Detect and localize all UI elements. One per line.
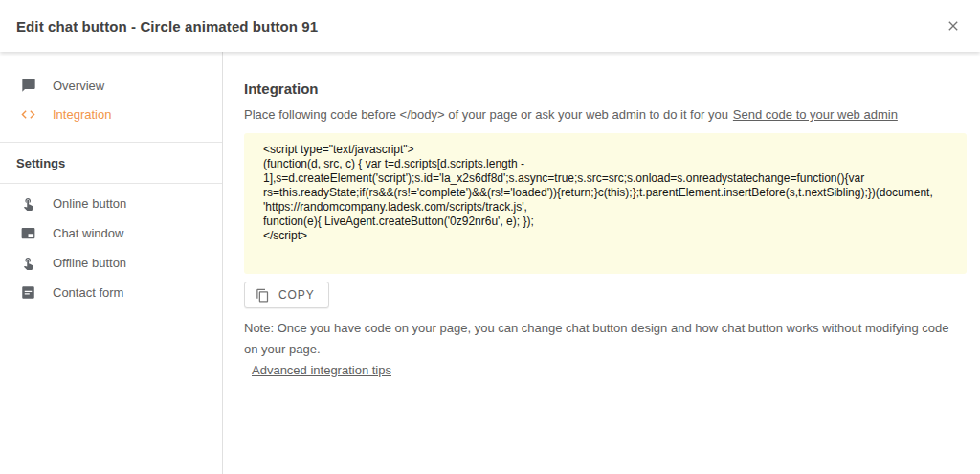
code-line: rs=this.readyState;if(rs&&(rs!='complete… bbox=[263, 186, 947, 200]
dialog-header: Edit chat button - Circle animated butto… bbox=[0, 0, 980, 52]
sidebar-item-chat-window[interactable]: Chat window bbox=[0, 218, 222, 248]
note-text: Note: Once you have code on your page, y… bbox=[244, 318, 957, 360]
copy-icon bbox=[256, 288, 270, 303]
sidebar-item-offline-button[interactable]: Offline button bbox=[0, 248, 222, 278]
sidebar: Overview Integration Settings Online but… bbox=[0, 52, 223, 474]
sidebar-settings-group: Online button Chat window Offline button… bbox=[0, 184, 222, 307]
close-button[interactable] bbox=[932, 0, 974, 52]
copy-button[interactable]: COPY bbox=[244, 282, 329, 308]
touch-icon bbox=[20, 195, 36, 212]
code-icon bbox=[20, 106, 36, 123]
close-icon bbox=[946, 18, 961, 34]
sidebar-item-online-button[interactable]: Online button bbox=[0, 189, 222, 218]
code-line: </script> bbox=[263, 229, 947, 243]
instruction-label: Place following code before </body> of y… bbox=[244, 107, 728, 122]
advanced-integration-tips-link[interactable]: Advanced integration tips bbox=[252, 363, 391, 377]
sidebar-item-contact-form[interactable]: Contact form bbox=[0, 278, 222, 307]
dialog-title: Edit chat button - Circle animated butto… bbox=[0, 18, 318, 34]
sidebar-item-label: Chat window bbox=[53, 226, 123, 240]
code-line: <script type="text/javascript"> bbox=[263, 143, 947, 157]
form-icon bbox=[20, 284, 36, 301]
instruction-text: Place following code before </body> of y… bbox=[244, 106, 967, 124]
sidebar-item-integration[interactable]: Integration bbox=[0, 100, 222, 128]
send-code-link[interactable]: Send code to your web admin bbox=[733, 107, 898, 122]
integration-code-field[interactable]: <script type="text/javascript"> (functio… bbox=[244, 133, 967, 274]
copy-button-label: COPY bbox=[278, 288, 315, 302]
sidebar-item-label: Offline button bbox=[53, 256, 126, 270]
chat-bubble-icon bbox=[20, 78, 36, 94]
sidebar-item-overview[interactable]: Overview bbox=[0, 71, 222, 100]
sidebar-item-label: Contact form bbox=[53, 285, 123, 300]
code-line: 1],s=d.createElement('script');s.id='la_… bbox=[263, 171, 947, 186]
code-line: function(e){ LiveAgent.createButton('0z9… bbox=[263, 214, 947, 229]
code-line: (function(d, src, c) { var t=d.scripts[d… bbox=[263, 157, 947, 171]
touch-icon bbox=[20, 255, 36, 271]
integration-panel: Integration Place following code before … bbox=[224, 52, 980, 474]
code-line: 'https://randomcompany.ladesk.com/script… bbox=[263, 200, 947, 214]
window-icon bbox=[20, 225, 36, 241]
sidebar-item-label: Integration bbox=[53, 107, 111, 122]
sidebar-item-label: Overview bbox=[53, 79, 104, 93]
page-title: Integration bbox=[244, 80, 967, 97]
sidebar-section-settings: Settings bbox=[0, 143, 222, 183]
edit-chat-button-dialog: Edit chat button - Circle animated butto… bbox=[0, 0, 980, 474]
sidebar-item-label: Online button bbox=[53, 196, 126, 211]
